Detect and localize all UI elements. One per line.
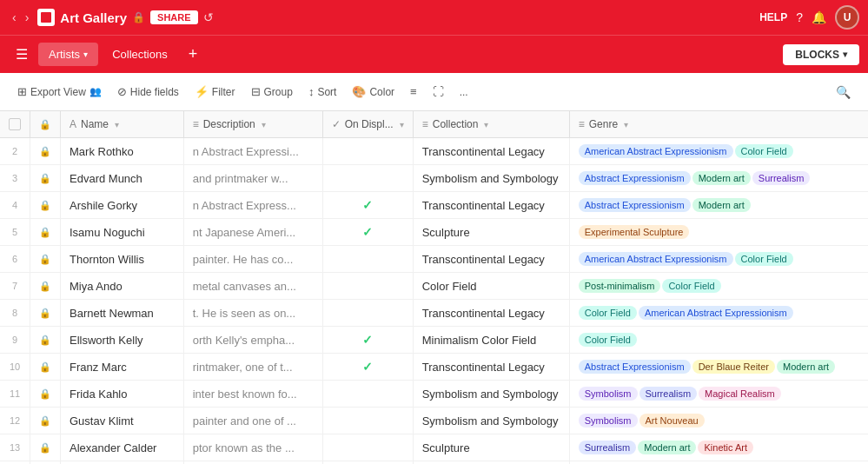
row-number: 9	[0, 327, 30, 354]
genre-tag: Surrealism	[639, 387, 698, 401]
row-description: t. He is seen as on...	[183, 300, 322, 327]
genre-tag: Surrealism	[752, 171, 811, 185]
table-row: 5🔒Isamu Noguchint Japanese Ameri...✓Scul…	[0, 219, 868, 246]
row-number: 11	[0, 381, 30, 408]
table-body: 2🔒Mark Rothkon Abstract Expressi...Trans…	[0, 138, 868, 465]
row-lock: 🔒	[30, 327, 61, 354]
sort-button[interactable]: ↕ Sort	[301, 81, 344, 103]
row-on-display[interactable]	[322, 381, 413, 408]
genre-col-sort[interactable]: ▾	[624, 120, 628, 129]
collection-column-header[interactable]: ≡ Collection ▾	[413, 111, 569, 138]
row-lock: 🔒	[30, 408, 61, 434]
row-genre: SymbolismArt Nouveau	[569, 408, 868, 434]
genre-tag: American Abstract Expressionism	[639, 306, 793, 320]
checkbox-column-header[interactable]	[0, 111, 30, 138]
row-lock: 🔒	[30, 138, 61, 165]
forward-arrow[interactable]: ›	[22, 9, 33, 26]
genre-tag: Abstract Expressionism	[579, 198, 691, 212]
tab-collections[interactable]: Collections	[102, 43, 178, 66]
tab-artists[interactable]: Artists ▾	[38, 43, 98, 66]
row-name[interactable]: Gustav Klimt	[61, 408, 184, 434]
search-icon[interactable]: 🔍	[829, 81, 858, 103]
more-button[interactable]: ...	[453, 82, 475, 103]
filter-icon: ⚡	[195, 85, 209, 98]
genre-tag: Color Field	[579, 333, 637, 347]
row-collection: Symbolism and Symbology	[413, 408, 569, 434]
row-name[interactable]: Edvard Munch	[61, 165, 184, 192]
row-name[interactable]: Alexander Calder	[61, 434, 184, 461]
row-on-display[interactable]	[322, 461, 413, 465]
row-on-display[interactable]: ✓	[322, 219, 413, 246]
row-on-display[interactable]: ✓	[322, 327, 413, 354]
row-name[interactable]: Frida Kahlo	[61, 381, 184, 408]
row-name[interactable]: Barnett Newman	[61, 300, 184, 327]
row-height-button[interactable]: ≡	[403, 81, 424, 103]
row-name[interactable]: Franz Marc	[61, 354, 184, 381]
select-all-checkbox[interactable]	[9, 118, 21, 130]
notification-icon[interactable]: 🔔	[812, 10, 826, 24]
view-selector[interactable]: ⊞ Export View 👥	[10, 81, 109, 103]
sort-label: Sort	[317, 86, 336, 98]
row-name[interactable]: Hans Hofmann	[61, 461, 184, 465]
genre-tag: Abstract Expressionism	[579, 360, 691, 374]
filter-button[interactable]: ⚡ Filter	[188, 81, 242, 103]
row-on-display[interactable]	[322, 300, 413, 327]
ondisplay-col-sort[interactable]: ▾	[400, 120, 404, 129]
row-name[interactable]: Ellsworth Kelly	[61, 327, 184, 354]
share-button[interactable]: SHARE	[150, 10, 198, 24]
blocks-arrow-icon: ▾	[843, 50, 847, 59]
row-on-display[interactable]: ✓	[322, 354, 413, 381]
row-number: 5	[0, 219, 30, 246]
on-display-column-header[interactable]: ✓ On Displ... ▾	[322, 111, 413, 138]
desc-col-sort[interactable]: ▾	[262, 120, 266, 129]
avatar[interactable]: U	[835, 5, 859, 30]
hide-fields-button[interactable]: ⊘ Hide fields	[110, 81, 186, 103]
row-collection: Sculpture	[413, 219, 569, 246]
name-column-header[interactable]: A Name ▾	[61, 111, 184, 138]
row-description: n Abstract Expressi...	[183, 138, 322, 165]
nav-bar: ☰ Artists ▾ Collections + BLOCKS ▾	[0, 35, 868, 73]
row-description: nt Japanese Ameri...	[183, 219, 322, 246]
row-genre: Color FieldAmerican Abstract Expressioni…	[569, 300, 868, 327]
row-number: 6	[0, 246, 30, 273]
lock-icon: 🔒	[132, 11, 145, 23]
genre-tag: Modern art	[692, 198, 751, 212]
row-name[interactable]: Isamu Noguchi	[61, 219, 184, 246]
row-description: rintmaker, one of t...	[183, 354, 322, 381]
row-name[interactable]: Miya Ando	[61, 273, 184, 300]
row-collection: Transcontinental Legacy	[413, 300, 569, 327]
top-bar: ‹ › Art Gallery 🔒 SHARE ↺ HELP ? 🔔 U	[0, 0, 868, 35]
row-number: 14	[0, 461, 30, 465]
row-on-display[interactable]	[322, 434, 413, 461]
blocks-button[interactable]: BLOCKS ▾	[783, 44, 859, 65]
row-lock: 🔒	[30, 461, 61, 465]
row-name[interactable]: Thornton Willis	[61, 246, 184, 273]
back-arrow[interactable]: ‹	[9, 9, 20, 26]
app-icon-inner	[41, 12, 51, 23]
row-on-display[interactable]	[322, 165, 413, 192]
menu-icon[interactable]: ☰	[9, 43, 35, 66]
group-button[interactable]: ⊟ Group	[244, 81, 300, 103]
genre-column-header[interactable]: ≡ Genre ▾	[569, 111, 868, 138]
row-on-display[interactable]	[322, 408, 413, 434]
help-label[interactable]: HELP	[759, 11, 787, 23]
fullscreen-button[interactable]: ⛶	[426, 81, 451, 103]
color-label: Color	[369, 86, 394, 98]
add-tab-button[interactable]: +	[182, 42, 205, 67]
history-icon[interactable]: ↺	[203, 10, 214, 24]
color-button[interactable]: 🎨 Color	[345, 81, 401, 103]
row-on-display[interactable]	[322, 246, 413, 273]
table-row: 9🔒Ellsworth Kellyorth Kelly's empha...✓M…	[0, 327, 868, 354]
row-number: 10	[0, 354, 30, 381]
row-name[interactable]: Mark Rothko	[61, 138, 184, 165]
row-on-display[interactable]: ✓	[322, 192, 413, 219]
name-col-sort[interactable]: ▾	[115, 120, 119, 129]
help-question-icon[interactable]: ?	[796, 10, 803, 24]
row-on-display[interactable]	[322, 138, 413, 165]
check-mark: ✓	[362, 360, 373, 374]
row-name[interactable]: Arshile Gorky	[61, 192, 184, 219]
collection-col-sort[interactable]: ▾	[484, 120, 488, 129]
row-on-display[interactable]	[322, 273, 413, 300]
tab-collections-label: Collections	[112, 48, 168, 61]
description-column-header[interactable]: ≡ Description ▾	[183, 111, 322, 138]
